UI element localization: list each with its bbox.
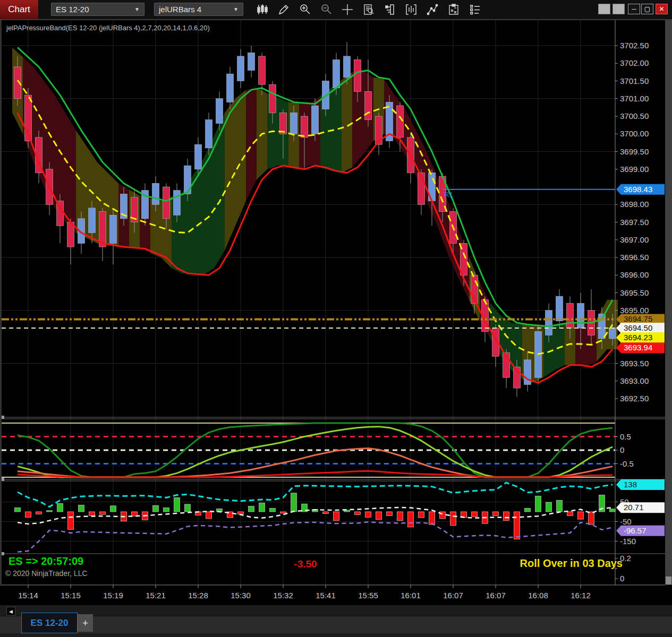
time-tick-label: 15:32 <box>273 591 293 600</box>
panel3-histogram-bar <box>15 508 21 512</box>
panel4-tick-label: 0 <box>620 574 624 583</box>
vertical-scrollbar[interactable] <box>665 20 672 585</box>
panel3-histogram-bar <box>376 512 382 520</box>
panel3-histogram-bar <box>270 508 276 512</box>
panel3-histogram-bar <box>57 503 63 512</box>
candle-body <box>237 56 244 81</box>
price-tag-text: 3694.50 <box>624 323 652 332</box>
tab-es-12-20[interactable]: ES 12-20 <box>21 613 78 633</box>
candle-body <box>301 116 308 137</box>
price-tick-label: 3696.50 <box>620 253 649 262</box>
pressure-band-fill <box>342 72 352 173</box>
price-tick-label: 3702.00 <box>620 58 649 67</box>
price-tick-label: 3700.50 <box>620 111 649 120</box>
chart-canvas[interactable]: R13702.503702.003701.503701.003700.50370… <box>0 0 672 605</box>
price-tick-label: 3692.50 <box>620 394 649 403</box>
candle-body <box>269 84 276 113</box>
price-tick-label: 3695.00 <box>620 306 649 315</box>
panel3-histogram-bar <box>259 503 265 512</box>
panel3-histogram-bar <box>355 512 361 515</box>
candle-body <box>280 113 287 134</box>
change-overlay: -3.50 <box>266 558 345 570</box>
rollover-overlay: Roll Over in 03 Days <box>494 557 623 570</box>
indicator-label: jelPAPressureBand(ES 12-20 (jelURBars 4)… <box>6 24 210 32</box>
candle-body <box>556 296 563 321</box>
time-tick-label: 16:01 <box>401 591 421 600</box>
price-tick-label: 3693.50 <box>620 359 649 368</box>
panel3-histogram-bar <box>472 512 478 517</box>
price-tick-label: 3698.00 <box>620 200 649 209</box>
panel3-histogram-bar <box>110 506 116 512</box>
price-tick-label: 3693.00 <box>620 376 649 385</box>
panel3-histogram-bar <box>323 512 329 514</box>
vertical-scrollbar-thumb[interactable] <box>666 576 671 584</box>
panel3-tag-text: 20.71 <box>624 503 644 512</box>
time-tick-label: 15:14 <box>18 591 38 600</box>
panel3-histogram-bar <box>206 512 212 519</box>
price-tag-text: 3698.43 <box>624 185 652 194</box>
panel3-histogram-bar <box>153 505 159 512</box>
candle-body <box>333 60 340 88</box>
time-tick-label: 15:30 <box>231 591 251 600</box>
panel3-histogram-bar <box>546 502 552 512</box>
panel3-histogram-bar <box>291 493 297 512</box>
price-tick-label: 3697.50 <box>620 218 649 227</box>
panel3-histogram-bar <box>429 512 435 524</box>
chart-window: Chart ES 12-20 ▼ jelURBars 4 ▼ <box>0 0 672 637</box>
panel2-tick-label: 0.5 <box>620 432 631 441</box>
add-tab-button[interactable]: + <box>78 614 93 632</box>
price-tag-text: 3694.75 <box>624 314 652 323</box>
price-tick-label: 3701.00 <box>620 94 649 103</box>
candle-body <box>248 53 255 70</box>
panel3-histogram-bar <box>419 512 424 518</box>
candle-body <box>344 56 351 78</box>
panel3-histogram-bar <box>89 512 95 515</box>
panel3-histogram-bar <box>525 508 531 512</box>
panel2-tick-label: -0.5 <box>620 459 634 468</box>
panel3-histogram-bar <box>504 512 509 521</box>
panel3-histogram-bar <box>68 512 74 529</box>
panel3-histogram-bar <box>185 504 191 512</box>
time-tick-label: 16:12 <box>571 591 591 600</box>
panel3-histogram-bar <box>238 512 244 514</box>
candle-body <box>354 60 361 92</box>
candle-body <box>216 99 223 124</box>
price-tick-label: 3701.50 <box>620 76 649 85</box>
copyright-overlay: © 2020 NinjaTrader, LLC <box>5 569 88 578</box>
panel3-histogram-bar <box>567 512 573 515</box>
candle-body <box>67 222 74 247</box>
tab-scroll-left-button[interactable]: ◀ <box>6 607 15 616</box>
panel3-tick-label: -50 <box>620 517 632 526</box>
time-tick-label: 15:41 <box>316 591 336 600</box>
time-tick-label: 16:07 <box>443 591 463 600</box>
r1-label: R1 <box>444 191 453 199</box>
panel3-histogram-bar <box>387 512 393 515</box>
panel3-tag-text: 138 <box>624 480 637 489</box>
panel3-histogram-bar <box>36 512 42 514</box>
time-tick-label: 16:08 <box>528 591 548 600</box>
panel3-histogram-bar <box>164 508 169 512</box>
panel3-histogram-bar <box>397 512 403 521</box>
panel3-histogram-bar <box>47 511 53 512</box>
candle-body <box>195 144 202 169</box>
candle-body <box>312 106 319 134</box>
candle-body <box>174 191 181 216</box>
price-tick-label: 3699.00 <box>620 165 649 174</box>
panel3-tag-text: -96.57 <box>624 526 647 535</box>
candle-body <box>365 91 372 119</box>
panel3-histogram-bar <box>514 512 520 539</box>
panel3-histogram-bar <box>79 505 84 512</box>
price-tick-label: 3699.50 <box>620 147 649 156</box>
panel3-tick-label: -150 <box>620 537 636 546</box>
panel3-histogram-bar <box>365 512 371 517</box>
time-tick-label: 15:19 <box>103 591 123 600</box>
panel3-histogram-bar <box>589 512 594 524</box>
panel3-histogram-bar <box>100 512 106 514</box>
panel2-tick-label: 0 <box>620 445 624 454</box>
panel3-histogram-bar <box>557 501 563 512</box>
candle-body <box>291 113 297 134</box>
panel3-histogram-bar <box>610 509 616 512</box>
panel3-histogram-bar <box>174 497 180 512</box>
panel3-histogram-bar <box>280 512 286 513</box>
panel3-histogram-bar <box>450 512 456 526</box>
